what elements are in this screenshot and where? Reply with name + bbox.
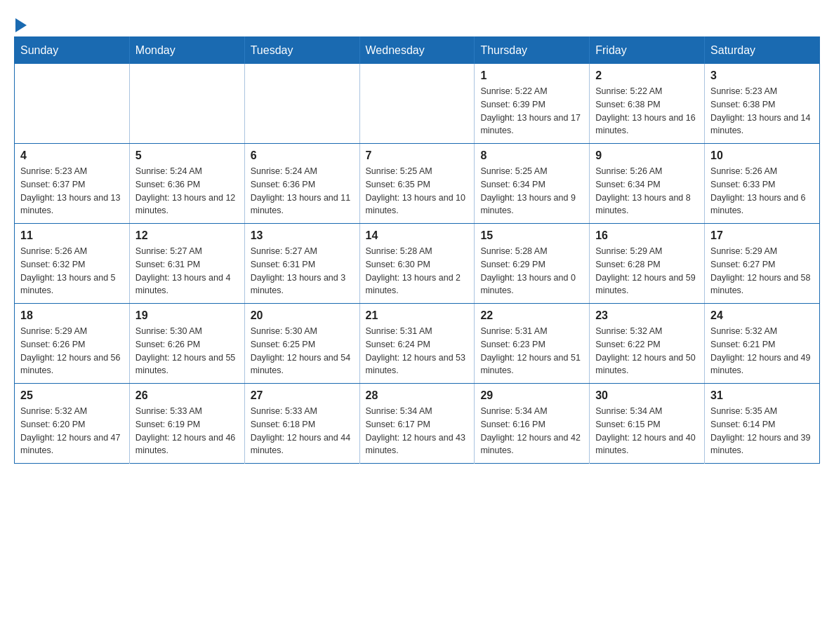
- calendar-cell: 14Sunrise: 5:28 AMSunset: 6:30 PMDayligh…: [359, 224, 475, 304]
- day-info: Sunrise: 5:28 AMSunset: 6:29 PMDaylight:…: [480, 245, 583, 297]
- calendar-cell: 28Sunrise: 5:34 AMSunset: 6:17 PMDayligh…: [359, 384, 475, 464]
- calendar-cell: 6Sunrise: 5:24 AMSunset: 6:36 PMDaylight…: [244, 144, 359, 224]
- day-number: 25: [20, 389, 124, 402]
- calendar-cell: 20Sunrise: 5:30 AMSunset: 6:25 PMDayligh…: [244, 304, 359, 384]
- calendar-cell: 10Sunrise: 5:26 AMSunset: 6:33 PMDayligh…: [705, 144, 820, 224]
- day-number: 23: [595, 309, 699, 322]
- day-number: 30: [595, 389, 699, 402]
- day-number: 2: [595, 69, 699, 82]
- day-number: 12: [135, 229, 239, 242]
- day-info: Sunrise: 5:27 AMSunset: 6:31 PMDaylight:…: [251, 245, 354, 297]
- day-number: 28: [366, 389, 469, 402]
- day-info: Sunrise: 5:31 AMSunset: 6:24 PMDaylight:…: [366, 325, 469, 377]
- day-number: 20: [251, 309, 354, 322]
- day-number: 22: [480, 309, 583, 322]
- calendar-cell: 21Sunrise: 5:31 AMSunset: 6:24 PMDayligh…: [359, 304, 475, 384]
- weekday-header-thursday: Thursday: [475, 37, 590, 65]
- day-number: 8: [480, 149, 583, 162]
- day-number: 21: [366, 309, 469, 322]
- day-number: 14: [366, 229, 469, 242]
- calendar-week-row: 18Sunrise: 5:29 AMSunset: 6:26 PMDayligh…: [15, 304, 820, 384]
- day-number: 4: [20, 149, 124, 162]
- day-number: 13: [251, 229, 354, 242]
- calendar-cell: 22Sunrise: 5:31 AMSunset: 6:23 PMDayligh…: [475, 304, 590, 384]
- day-info: Sunrise: 5:29 AMSunset: 6:28 PMDaylight:…: [595, 245, 699, 297]
- calendar-cell: 29Sunrise: 5:34 AMSunset: 6:16 PMDayligh…: [475, 384, 590, 464]
- day-number: 5: [135, 149, 239, 162]
- day-number: 29: [480, 389, 583, 402]
- day-number: 31: [710, 389, 814, 402]
- day-info: Sunrise: 5:29 AMSunset: 6:26 PMDaylight:…: [20, 325, 124, 377]
- calendar-cell: 8Sunrise: 5:25 AMSunset: 6:34 PMDaylight…: [475, 144, 590, 224]
- day-info: Sunrise: 5:25 AMSunset: 6:34 PMDaylight:…: [480, 165, 583, 217]
- calendar-cell: 9Sunrise: 5:26 AMSunset: 6:34 PMDaylight…: [590, 144, 705, 224]
- calendar-cell: 13Sunrise: 5:27 AMSunset: 6:31 PMDayligh…: [244, 224, 359, 304]
- day-info: Sunrise: 5:26 AMSunset: 6:34 PMDaylight:…: [595, 165, 699, 217]
- page-header: [14, 14, 820, 29]
- day-info: Sunrise: 5:34 AMSunset: 6:15 PMDaylight:…: [595, 405, 699, 457]
- day-info: Sunrise: 5:23 AMSunset: 6:38 PMDaylight:…: [710, 85, 814, 137]
- calendar-cell: 3Sunrise: 5:23 AMSunset: 6:38 PMDaylight…: [705, 64, 820, 144]
- day-info: Sunrise: 5:34 AMSunset: 6:17 PMDaylight:…: [366, 405, 469, 457]
- day-info: Sunrise: 5:32 AMSunset: 6:20 PMDaylight:…: [20, 405, 124, 457]
- weekday-header-friday: Friday: [590, 37, 705, 65]
- calendar-cell: 2Sunrise: 5:22 AMSunset: 6:38 PMDaylight…: [590, 64, 705, 144]
- calendar-table: SundayMondayTuesdayWednesdayThursdayFrid…: [14, 36, 820, 464]
- day-info: Sunrise: 5:35 AMSunset: 6:14 PMDaylight:…: [710, 405, 814, 457]
- calendar-cell: 23Sunrise: 5:32 AMSunset: 6:22 PMDayligh…: [590, 304, 705, 384]
- day-number: 10: [710, 149, 814, 162]
- day-info: Sunrise: 5:26 AMSunset: 6:33 PMDaylight:…: [710, 165, 814, 217]
- day-info: Sunrise: 5:33 AMSunset: 6:18 PMDaylight:…: [251, 405, 354, 457]
- calendar-cell: [359, 64, 475, 144]
- calendar-cell: 17Sunrise: 5:29 AMSunset: 6:27 PMDayligh…: [705, 224, 820, 304]
- calendar-cell: 30Sunrise: 5:34 AMSunset: 6:15 PMDayligh…: [590, 384, 705, 464]
- weekday-header-wednesday: Wednesday: [359, 37, 475, 65]
- day-number: 7: [366, 149, 469, 162]
- calendar-cell: [15, 64, 130, 144]
- day-info: Sunrise: 5:33 AMSunset: 6:19 PMDaylight:…: [135, 405, 239, 457]
- calendar-week-row: 4Sunrise: 5:23 AMSunset: 6:37 PMDaylight…: [15, 144, 820, 224]
- calendar-cell: [244, 64, 359, 144]
- logo: [14, 14, 27, 29]
- calendar-cell: 16Sunrise: 5:29 AMSunset: 6:28 PMDayligh…: [590, 224, 705, 304]
- day-info: Sunrise: 5:28 AMSunset: 6:30 PMDaylight:…: [366, 245, 469, 297]
- day-number: 18: [20, 309, 124, 322]
- day-number: 3: [710, 69, 814, 82]
- calendar-cell: 11Sunrise: 5:26 AMSunset: 6:32 PMDayligh…: [15, 224, 130, 304]
- weekday-header-saturday: Saturday: [705, 37, 820, 65]
- day-info: Sunrise: 5:22 AMSunset: 6:39 PMDaylight:…: [480, 85, 583, 137]
- day-number: 15: [480, 229, 583, 242]
- calendar-cell: 24Sunrise: 5:32 AMSunset: 6:21 PMDayligh…: [705, 304, 820, 384]
- day-info: Sunrise: 5:25 AMSunset: 6:35 PMDaylight:…: [366, 165, 469, 217]
- calendar-cell: 19Sunrise: 5:30 AMSunset: 6:26 PMDayligh…: [129, 304, 244, 384]
- day-info: Sunrise: 5:30 AMSunset: 6:26 PMDaylight:…: [135, 325, 239, 377]
- weekday-header-monday: Monday: [129, 37, 244, 65]
- calendar-week-row: 25Sunrise: 5:32 AMSunset: 6:20 PMDayligh…: [15, 384, 820, 464]
- day-info: Sunrise: 5:30 AMSunset: 6:25 PMDaylight:…: [251, 325, 354, 377]
- day-number: 16: [595, 229, 699, 242]
- day-number: 9: [595, 149, 699, 162]
- calendar-cell: 4Sunrise: 5:23 AMSunset: 6:37 PMDaylight…: [15, 144, 130, 224]
- day-number: 6: [251, 149, 354, 162]
- day-info: Sunrise: 5:29 AMSunset: 6:27 PMDaylight:…: [710, 245, 814, 297]
- day-info: Sunrise: 5:22 AMSunset: 6:38 PMDaylight:…: [595, 85, 699, 137]
- calendar-week-row: 11Sunrise: 5:26 AMSunset: 6:32 PMDayligh…: [15, 224, 820, 304]
- day-info: Sunrise: 5:24 AMSunset: 6:36 PMDaylight:…: [251, 165, 354, 217]
- calendar-cell: 18Sunrise: 5:29 AMSunset: 6:26 PMDayligh…: [15, 304, 130, 384]
- calendar-cell: 1Sunrise: 5:22 AMSunset: 6:39 PMDaylight…: [475, 64, 590, 144]
- calendar-cell: 27Sunrise: 5:33 AMSunset: 6:18 PMDayligh…: [244, 384, 359, 464]
- day-number: 24: [710, 309, 814, 322]
- day-info: Sunrise: 5:27 AMSunset: 6:31 PMDaylight:…: [135, 245, 239, 297]
- calendar-cell: 7Sunrise: 5:25 AMSunset: 6:35 PMDaylight…: [359, 144, 475, 224]
- day-info: Sunrise: 5:26 AMSunset: 6:32 PMDaylight:…: [20, 245, 124, 297]
- day-info: Sunrise: 5:32 AMSunset: 6:21 PMDaylight:…: [710, 325, 814, 377]
- day-info: Sunrise: 5:31 AMSunset: 6:23 PMDaylight:…: [480, 325, 583, 377]
- day-number: 19: [135, 309, 239, 322]
- calendar-cell: 31Sunrise: 5:35 AMSunset: 6:14 PMDayligh…: [705, 384, 820, 464]
- calendar-cell: 5Sunrise: 5:24 AMSunset: 6:36 PMDaylight…: [129, 144, 244, 224]
- calendar-cell: 12Sunrise: 5:27 AMSunset: 6:31 PMDayligh…: [129, 224, 244, 304]
- calendar-cell: 15Sunrise: 5:28 AMSunset: 6:29 PMDayligh…: [475, 224, 590, 304]
- day-info: Sunrise: 5:23 AMSunset: 6:37 PMDaylight:…: [20, 165, 124, 217]
- weekday-header-sunday: Sunday: [15, 37, 130, 65]
- calendar-week-row: 1Sunrise: 5:22 AMSunset: 6:39 PMDaylight…: [15, 64, 820, 144]
